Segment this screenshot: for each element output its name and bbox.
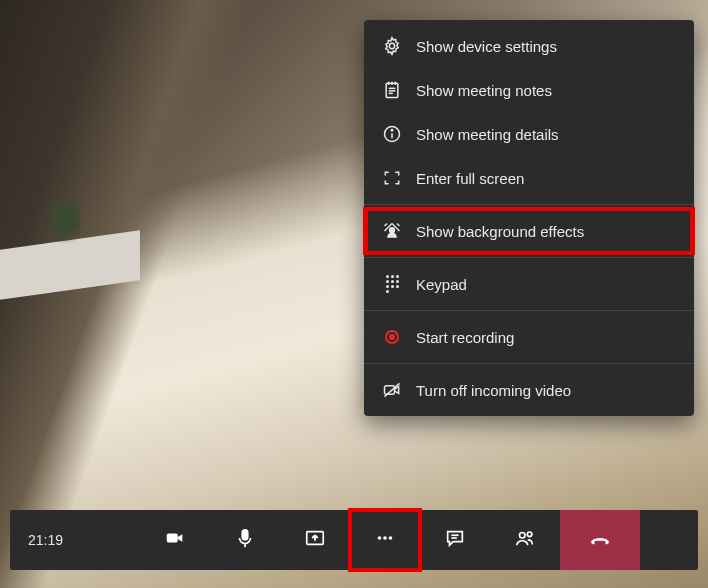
svg-point-27 bbox=[519, 533, 525, 539]
hang-up-button[interactable] bbox=[560, 510, 640, 570]
menu-item-meeting-details[interactable]: Show meeting details bbox=[364, 112, 694, 156]
menu-item-label: Show meeting notes bbox=[416, 82, 552, 99]
svg-point-28 bbox=[527, 532, 532, 537]
menu-item-label: Show background effects bbox=[416, 223, 584, 240]
svg-point-10 bbox=[391, 130, 392, 131]
menu-separator bbox=[364, 363, 694, 364]
menu-item-label: Keypad bbox=[416, 276, 467, 293]
record-icon bbox=[382, 327, 402, 347]
svg-line-14 bbox=[397, 224, 400, 227]
menu-item-background-effects[interactable]: Show background effects bbox=[363, 207, 695, 255]
more-actions-menu: Show device settings Show meeting notes … bbox=[364, 20, 694, 416]
menu-item-turn-off-incoming-video[interactable]: Turn off incoming video bbox=[364, 368, 694, 412]
microphone-icon bbox=[234, 527, 256, 553]
more-icon bbox=[374, 527, 396, 553]
menu-item-start-recording[interactable]: Start recording bbox=[364, 315, 694, 359]
call-toolbar: 21:19 bbox=[10, 510, 698, 570]
menu-item-label: Turn off incoming video bbox=[416, 382, 571, 399]
menu-item-label: Show meeting details bbox=[416, 126, 559, 143]
menu-item-meeting-notes[interactable]: Show meeting notes bbox=[364, 68, 694, 112]
menu-separator bbox=[364, 310, 694, 311]
chat-button[interactable] bbox=[420, 510, 490, 570]
share-screen-button[interactable] bbox=[280, 510, 350, 570]
menu-item-device-settings[interactable]: Show device settings bbox=[364, 24, 694, 68]
menu-item-keypad[interactable]: Keypad bbox=[364, 262, 694, 306]
share-icon bbox=[304, 527, 326, 553]
svg-rect-19 bbox=[242, 530, 248, 540]
more-actions-button[interactable] bbox=[350, 510, 420, 570]
menu-item-label: Show device settings bbox=[416, 38, 557, 55]
menu-separator bbox=[364, 257, 694, 258]
svg-rect-18 bbox=[166, 533, 177, 542]
camera-button[interactable] bbox=[140, 510, 210, 570]
svg-point-22 bbox=[377, 536, 381, 540]
toolbar-buttons bbox=[81, 510, 698, 570]
background-effects-icon bbox=[382, 221, 402, 241]
svg-point-11 bbox=[390, 228, 395, 233]
participants-button[interactable] bbox=[490, 510, 560, 570]
people-icon bbox=[514, 527, 536, 553]
gear-icon bbox=[382, 36, 402, 56]
camera-icon bbox=[164, 527, 186, 553]
notes-icon bbox=[382, 80, 402, 100]
keypad-icon bbox=[382, 274, 402, 294]
menu-item-label: Enter full screen bbox=[416, 170, 524, 187]
menu-item-label: Start recording bbox=[416, 329, 514, 346]
svg-point-23 bbox=[383, 536, 387, 540]
svg-line-12 bbox=[385, 224, 388, 227]
svg-point-0 bbox=[389, 43, 394, 48]
fullscreen-icon bbox=[382, 168, 402, 188]
menu-item-full-screen[interactable]: Enter full screen bbox=[364, 156, 694, 200]
microphone-button[interactable] bbox=[210, 510, 280, 570]
svg-point-24 bbox=[388, 536, 392, 540]
hang-up-icon bbox=[589, 527, 611, 553]
chat-icon bbox=[444, 527, 466, 553]
video-off-icon bbox=[382, 380, 402, 400]
info-icon bbox=[382, 124, 402, 144]
call-timer: 21:19 bbox=[10, 532, 81, 548]
menu-separator bbox=[364, 204, 694, 205]
